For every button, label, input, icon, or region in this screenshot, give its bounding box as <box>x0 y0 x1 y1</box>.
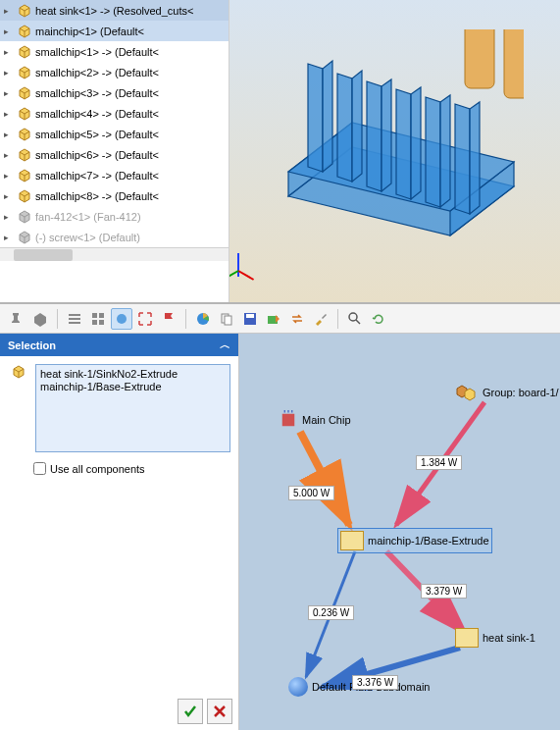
tree-item-label: mainchip<1> (Default< <box>35 26 144 37</box>
selection-item[interactable]: heat sink-1/SinkNo2-Extrude <box>40 368 226 381</box>
assembly-icon <box>17 3 32 19</box>
selection-header[interactable]: Selection ︿ <box>0 334 238 356</box>
tree-item-label: fan-412<1> (Fan-412) <box>35 211 141 223</box>
fit-view-icon[interactable] <box>134 308 156 330</box>
svg-point-32 <box>349 313 357 321</box>
tree-item-label: smallchip<3> -> (Default< <box>35 87 159 99</box>
svg-marker-13 <box>440 95 450 207</box>
assembly-icon <box>17 106 32 122</box>
svg-rect-22 <box>99 313 104 318</box>
expand-arrow-icon[interactable]: ▸ <box>4 6 14 16</box>
expand-arrow-icon[interactable]: ▸ <box>4 233 14 242</box>
expand-arrow-icon[interactable]: ▸ <box>4 109 14 119</box>
expand-arrow-icon[interactable]: ▸ <box>4 47 14 57</box>
3d-viewport[interactable] <box>229 0 560 302</box>
expand-arrow-icon[interactable]: ▸ <box>4 88 14 98</box>
refresh-icon[interactable] <box>368 308 389 330</box>
expand-arrow-icon[interactable]: ▸ <box>4 171 14 181</box>
copy-icon[interactable] <box>216 308 237 330</box>
collapse-icon[interactable]: ︿ <box>220 338 230 352</box>
node-mainchip-extrude[interactable]: mainchip-1/Base-Extrude <box>337 528 492 553</box>
expand-arrow-icon[interactable]: ▸ <box>4 26 14 36</box>
flag-icon[interactable] <box>158 308 179 330</box>
tree-item[interactable]: ▸smallchip<5> -> (Default< <box>0 124 229 144</box>
svg-marker-5 <box>323 61 332 172</box>
swap-icon[interactable] <box>286 308 308 330</box>
tree-item[interactable]: ▸smallchip<7> -> (Default< <box>0 165 229 185</box>
cancel-button[interactable] <box>207 699 232 724</box>
tree-item-label: smallchip<4> -> (Default< <box>35 108 159 120</box>
group-icon <box>455 383 479 402</box>
svg-rect-17 <box>504 29 524 98</box>
tree-item[interactable]: ▸smallchip<6> -> (Default< <box>0 144 229 165</box>
tree-item[interactable]: ▸smallchip<2> -> (Default< <box>0 62 229 82</box>
svg-marker-15 <box>470 102 480 214</box>
assembly-icon <box>17 24 32 39</box>
feature-tree[interactable]: ▸heat sink<1> -> (Resolved_cuts<▸mainchi… <box>0 0 229 302</box>
expand-arrow-icon[interactable]: ▸ <box>4 150 14 160</box>
export-icon[interactable] <box>263 308 284 330</box>
node-label: Main Chip <box>302 414 351 426</box>
expand-arrow-icon[interactable]: ▸ <box>4 212 14 222</box>
tree-item-label: smallchip<7> -> (Default< <box>35 170 159 182</box>
svg-rect-16 <box>465 29 494 88</box>
expand-arrow-icon[interactable]: ▸ <box>4 130 14 139</box>
tree-item[interactable]: ▸smallchip<4> -> (Default< <box>0 103 229 124</box>
tree-item-label: smallchip<8> -> (Default< <box>35 190 159 202</box>
save-icon[interactable] <box>239 308 261 330</box>
node-main-chip[interactable]: Main Chip <box>279 410 351 430</box>
use-all-label: Use all components <box>50 463 145 475</box>
component-icon <box>11 364 26 380</box>
selection-panel: Selection ︿ heat sink-1/SinkNo2-Extrude … <box>0 334 239 730</box>
tree-item[interactable]: ▸smallchip<3> -> (Default< <box>0 82 229 103</box>
svg-rect-28 <box>225 316 231 325</box>
node-group[interactable]: Group: board-1/ <box>455 383 559 402</box>
svg-marker-7 <box>352 71 362 182</box>
brush-icon[interactable] <box>310 308 331 330</box>
selection-title: Selection <box>8 339 56 351</box>
flux-diagram[interactable]: Main Chip Group: board-1/ mainchip-1/Bas… <box>239 334 560 730</box>
svg-rect-30 <box>246 314 254 318</box>
edge-value: 3.376 W <box>352 675 398 690</box>
tree-item-label: smallchip<2> -> (Default< <box>35 67 159 78</box>
expand-arrow-icon[interactable]: ▸ <box>4 191 14 201</box>
svg-rect-38 <box>282 414 295 427</box>
tree-item[interactable]: ▸smallchip<8> -> (Default< <box>0 185 229 206</box>
assembly-icon <box>17 230 32 245</box>
assembly-icon <box>17 44 32 60</box>
tag-tool-icon[interactable] <box>29 308 51 330</box>
grid-view-icon[interactable] <box>87 308 109 330</box>
tree-item[interactable]: ▸mainchip<1> (Default< <box>0 21 229 41</box>
horizontal-scrollbar[interactable] <box>0 247 229 261</box>
use-all-row[interactable]: Use all components <box>8 462 230 475</box>
tree-item[interactable]: ▸fan-412<1> (Fan-412) <box>0 206 229 227</box>
tree-item[interactable]: ▸smallchip<1> -> (Default< <box>0 41 229 62</box>
use-all-checkbox[interactable] <box>33 462 46 475</box>
pie-chart-icon[interactable] <box>192 308 214 330</box>
selection-item[interactable]: mainchip-1/Base-Extrude <box>40 381 226 393</box>
selection-list[interactable]: heat sink-1/SinkNo2-Extrude mainchip-1/B… <box>35 364 230 452</box>
svg-rect-21 <box>92 313 97 318</box>
pin-tool-icon[interactable] <box>6 308 27 330</box>
tree-item-label: (-) screw<1> (Default) <box>35 232 140 243</box>
ok-button[interactable] <box>178 699 203 724</box>
tree-item[interactable]: ▸heat sink<1> -> (Resolved_cuts< <box>0 0 229 21</box>
expand-arrow-icon[interactable]: ▸ <box>4 68 14 78</box>
list-view-icon[interactable] <box>64 308 85 330</box>
svg-marker-11 <box>411 87 421 199</box>
assembly-icon <box>17 209 32 225</box>
tree-item[interactable]: ▸(-) screw<1> (Default) <box>0 227 229 247</box>
assembly-icon <box>17 147 32 163</box>
assembly-icon <box>17 127 32 142</box>
svg-marker-9 <box>382 79 391 191</box>
node-heat-sink[interactable]: heat sink-1 <box>455 628 535 648</box>
heatsink-model[interactable] <box>269 29 524 255</box>
zoom-icon[interactable] <box>344 308 366 330</box>
svg-marker-6 <box>337 74 352 182</box>
edge-value: 3.379 W <box>421 584 467 599</box>
node-label: mainchip-1/Base-Extrude <box>368 535 489 547</box>
svg-marker-10 <box>396 89 411 199</box>
sphere-mode-icon[interactable] <box>111 308 132 330</box>
svg-marker-4 <box>308 64 323 172</box>
source-icon <box>279 410 298 430</box>
